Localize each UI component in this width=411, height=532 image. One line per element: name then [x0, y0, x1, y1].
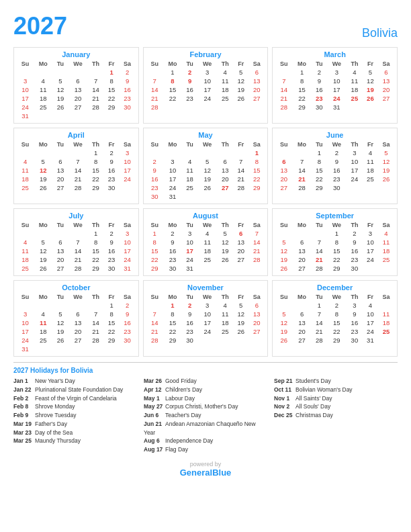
calendar-day: 28 — [233, 183, 248, 192]
day-header: Mo — [292, 293, 311, 301]
calendar-day: 24 — [17, 336, 34, 345]
holiday-date: Dec 25 — [274, 411, 295, 420]
calendar-day: 19 — [275, 255, 292, 264]
calendar-day — [17, 148, 34, 157]
calendar-day: 4 — [17, 157, 34, 166]
calendar-day: 21 — [312, 327, 327, 336]
calendar-day: 4 — [347, 68, 363, 77]
holiday-date: May 1 — [144, 394, 165, 403]
calendar-day: 8 — [248, 157, 265, 166]
calendar-day: 14 — [275, 85, 292, 94]
holiday-item: Feb 8Shrove Monday — [13, 402, 137, 411]
holiday-date: Nov 2 — [274, 402, 295, 411]
calendar-day: 12 — [52, 318, 68, 327]
calendar-day: 13 — [292, 318, 311, 327]
calendar-day: 14 — [68, 247, 87, 255]
calendar-day: 30 — [104, 264, 120, 273]
holiday-item: Jan 22Plurinational State Foundation Day — [13, 386, 137, 394]
calendar-day: 22 — [312, 175, 327, 183]
calendar-day: 9 — [104, 238, 120, 247]
calendar-day — [233, 336, 248, 345]
holiday-date: Mar 19 — [13, 420, 35, 429]
calendar-day: 16 — [182, 318, 197, 327]
day-header: Sa — [378, 221, 394, 229]
day-header: We — [197, 221, 217, 229]
holiday-name: Student's Day — [295, 378, 331, 384]
calendar-day — [120, 183, 136, 192]
calendar-day: 17 — [120, 247, 136, 255]
day-header: Tu — [182, 140, 197, 148]
day-header: Fr — [104, 140, 120, 148]
calendar-day: 24 — [327, 94, 347, 103]
month-block-june: JuneSuMoTuWeThFrSa1234567891011121314151… — [272, 128, 398, 204]
calendar-day: 11 — [17, 166, 34, 175]
calendar-day: 29 — [248, 183, 265, 192]
calendar-day: 14 — [233, 166, 248, 175]
calendar-day: 5 — [52, 77, 68, 85]
calendar-day — [347, 103, 363, 112]
month-name: April — [17, 131, 136, 139]
calendar-day: 20 — [292, 255, 311, 264]
calendar-day: 24 — [182, 255, 197, 264]
calendar-day: 7 — [292, 157, 311, 166]
cal-table: SuMoTuWeThFrSa12345678910111213141516171… — [146, 221, 265, 273]
holiday-name: Maundy Thursday — [35, 437, 81, 444]
holiday-item: Mar 26Good Friday — [144, 377, 267, 386]
holiday-item: Aug 17Flag Day — [144, 445, 267, 454]
calendar-day: 13 — [248, 310, 265, 318]
calendar-day — [104, 112, 120, 120]
calendar-day — [363, 183, 378, 192]
calendar-day: 3 — [197, 301, 217, 310]
calendar-day: 21 — [68, 255, 87, 264]
calendar-day: 13 — [68, 318, 87, 327]
calendar-day: 11 — [197, 238, 217, 247]
holiday-name: All Souls' Day — [295, 403, 330, 410]
calendar-day: 10 — [182, 238, 197, 247]
calendar-day: 5 — [275, 310, 292, 318]
calendar-day: 4 — [363, 148, 378, 157]
calendar-day — [17, 68, 34, 77]
calendar-day: 26 — [363, 94, 378, 103]
powered-by: powered by GeneralBlue — [13, 461, 398, 478]
day-header: Th — [217, 221, 233, 229]
day-header: Fr — [363, 221, 378, 229]
calendar-day — [197, 148, 217, 157]
day-header: Tu — [182, 221, 197, 229]
holiday-date: Feb 8 — [13, 402, 35, 411]
calendar-day: 18 — [378, 247, 394, 255]
holiday-date: Feb 9 — [13, 411, 35, 420]
month-block-march: MarchSuMoTuWeThFrSa123456789101112131415… — [272, 47, 398, 124]
calendar-day: 16 — [146, 175, 163, 183]
calendar-day: 19 — [34, 255, 52, 264]
calendar-day: 18 — [182, 175, 197, 183]
calendar-day: 20 — [292, 327, 311, 336]
calendar-day: 23 — [146, 183, 163, 192]
calendar-day: 15 — [327, 318, 347, 327]
calendar-day: 23 — [182, 327, 197, 336]
holiday-item: Mar 19Father's Day — [13, 420, 137, 429]
calendar-day: 28 — [146, 103, 163, 112]
day-header: Su — [17, 221, 34, 229]
calendar-day: 4 — [34, 77, 52, 85]
calendar-day — [146, 301, 163, 310]
calendar-day: 11 — [378, 310, 394, 318]
calendar-day: 18 — [34, 327, 52, 336]
calendar-day: 17 — [197, 318, 217, 327]
holiday-name: Labour Day — [165, 395, 195, 402]
calendar-day: 30 — [182, 336, 197, 345]
holiday-name: New Year's Day — [35, 378, 75, 384]
calendar-day: 11 — [347, 77, 363, 85]
calendar-day: 23 — [347, 255, 363, 264]
calendar-day: 26 — [34, 264, 52, 273]
calendar-day: 8 — [88, 238, 104, 247]
holiday-name: Christmas Day — [295, 412, 333, 418]
calendar-day — [233, 103, 248, 112]
calendar-day: 31 — [327, 103, 347, 112]
calendar-day: 16 — [347, 318, 363, 327]
calendar-day: 3 — [120, 148, 136, 157]
calendar-day: 10 — [363, 238, 378, 247]
calendar-day: 13 — [378, 77, 394, 85]
calendar-day: 9 — [347, 310, 363, 318]
calendar-day — [120, 345, 136, 353]
calendar-day: 2 — [104, 229, 120, 238]
